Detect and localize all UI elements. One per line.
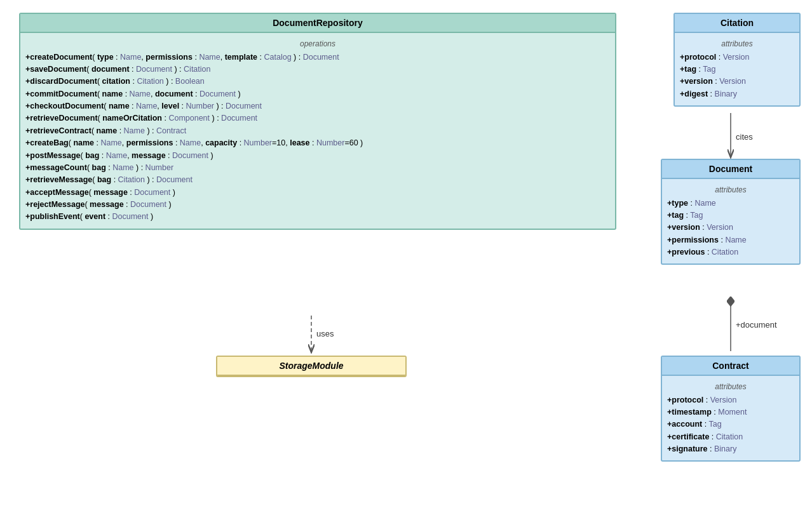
contract-attr-2: +timestamp : Moment: [667, 406, 794, 418]
contract-attr-1: +protocol : Version: [667, 394, 794, 406]
document-header: Document: [662, 160, 799, 179]
contract-attributes-label: attributes: [667, 378, 794, 394]
diagram-container: DocumentRepository operations +createDoc…: [0, 0, 812, 527]
storage-module-class: StorageModule: [216, 356, 407, 377]
contract-name: Contract: [712, 361, 749, 371]
op-2: +saveDocument( document : Document ) : C…: [25, 63, 610, 76]
citation-header: Citation: [675, 14, 799, 33]
document-repository-body: operations +createDocument( type : Name,…: [20, 33, 615, 229]
document-class: Document attributes +type : Name +tag : …: [661, 159, 801, 265]
op-14: +publishEvent( event : Document ): [25, 211, 610, 223]
document-label: +document: [736, 320, 777, 330]
op-3: +discardDocument( citation : Citation ) …: [25, 76, 610, 88]
citation-class: Citation attributes +protocol : Version …: [673, 13, 801, 107]
operations-label: operations: [25, 36, 610, 51]
citation-name: Citation: [721, 18, 754, 28]
op-4: +commitDocument( name : Name, document :…: [25, 88, 610, 100]
citation-attr-1: +protocol : Version: [680, 51, 794, 63]
storage-module-header: StorageModule: [217, 357, 405, 376]
op-9: +postMessage( bag : Name, message : Docu…: [25, 150, 610, 162]
document-repository-header: DocumentRepository: [20, 14, 615, 33]
op-1: +createDocument( type : Name, permission…: [25, 51, 610, 63]
op-5: +checkoutDocument( name : Name, level : …: [25, 100, 610, 112]
citation-attr-3: +version : Version: [680, 76, 794, 88]
doc-attr-3: +version : Version: [667, 222, 794, 234]
doc-attr-1: +type : Name: [667, 197, 794, 210]
uses-label: uses: [316, 329, 334, 338]
citation-attr-4: +digest : Binary: [680, 88, 794, 100]
document-body: attributes +type : Name +tag : Tag +vers…: [662, 179, 799, 264]
op-8: +createBag( name : Name, permissions : N…: [25, 137, 610, 149]
op-11: +retrieveMessage( bag : Citation ) : Doc…: [25, 174, 610, 186]
document-repository-class: DocumentRepository operations +createDoc…: [19, 13, 616, 230]
citation-body: attributes +protocol : Version +tag : Ta…: [675, 33, 799, 105]
op-6: +retrieveDocument( nameOrCitation : Comp…: [25, 112, 610, 124]
document-repository-name: DocumentRepository: [273, 18, 363, 28]
contract-attr-3: +account : Tag: [667, 418, 794, 430]
op-12: +acceptMessage( message : Document ): [25, 187, 610, 199]
cites-label: cites: [736, 132, 753, 142]
op-7: +retrieveContract( name : Name ) : Contr…: [25, 125, 610, 137]
document-name: Document: [709, 164, 752, 174]
op-13: +rejectMessage( message : Document ): [25, 199, 610, 211]
citation-attributes-label: attributes: [680, 36, 794, 51]
contract-body: attributes +protocol : Version +timestam…: [662, 376, 799, 460]
contract-attr-5: +signature : Binary: [667, 443, 794, 455]
contract-attr-4: +certificate : Citation: [667, 431, 794, 443]
storage-module-name: StorageModule: [279, 361, 343, 371]
doc-attr-5: +previous : Citation: [667, 246, 794, 258]
document-attributes-label: attributes: [667, 182, 794, 197]
contract-header: Contract: [662, 357, 799, 376]
doc-attr-2: +tag : Tag: [667, 210, 794, 222]
contract-class: Contract attributes +protocol : Version …: [661, 356, 801, 462]
doc-attr-4: +permissions : Name: [667, 234, 794, 246]
op-10: +messageCount( bag : Name ) : Number: [25, 162, 610, 174]
citation-attr-2: +tag : Tag: [680, 63, 794, 76]
